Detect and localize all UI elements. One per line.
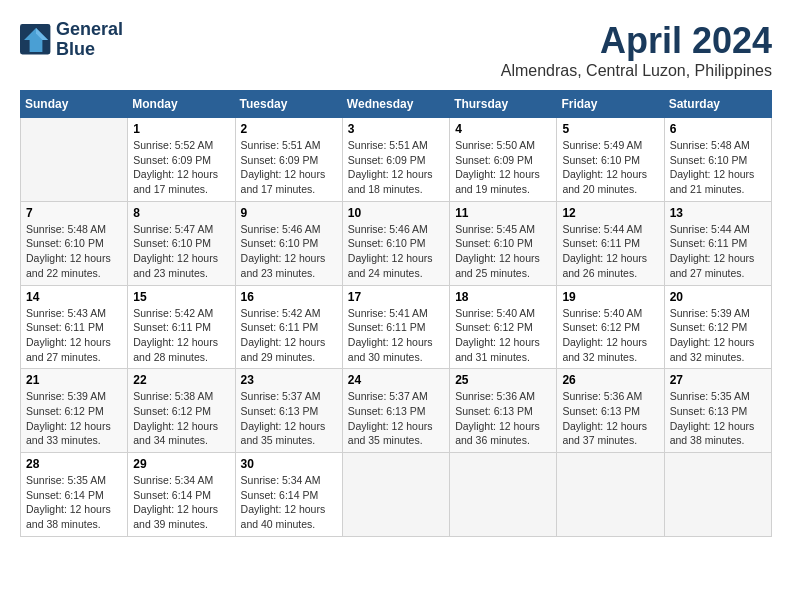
day-info: Sunrise: 5:41 AM Sunset: 6:11 PM Dayligh… [348, 306, 444, 365]
calendar-cell [342, 453, 449, 537]
calendar-cell: 25Sunrise: 5:36 AM Sunset: 6:13 PM Dayli… [450, 369, 557, 453]
calendar-cell [21, 118, 128, 202]
header-friday: Friday [557, 91, 664, 118]
day-info: Sunrise: 5:46 AM Sunset: 6:10 PM Dayligh… [241, 222, 337, 281]
day-number: 7 [26, 206, 122, 220]
day-info: Sunrise: 5:43 AM Sunset: 6:11 PM Dayligh… [26, 306, 122, 365]
day-number: 21 [26, 373, 122, 387]
day-number: 6 [670, 122, 766, 136]
day-info: Sunrise: 5:37 AM Sunset: 6:13 PM Dayligh… [241, 389, 337, 448]
day-number: 19 [562, 290, 658, 304]
calendar-cell: 17Sunrise: 5:41 AM Sunset: 6:11 PM Dayli… [342, 285, 449, 369]
day-info: Sunrise: 5:39 AM Sunset: 6:12 PM Dayligh… [26, 389, 122, 448]
day-info: Sunrise: 5:47 AM Sunset: 6:10 PM Dayligh… [133, 222, 229, 281]
day-info: Sunrise: 5:39 AM Sunset: 6:12 PM Dayligh… [670, 306, 766, 365]
day-info: Sunrise: 5:44 AM Sunset: 6:11 PM Dayligh… [562, 222, 658, 281]
calendar-cell: 12Sunrise: 5:44 AM Sunset: 6:11 PM Dayli… [557, 201, 664, 285]
day-info: Sunrise: 5:51 AM Sunset: 6:09 PM Dayligh… [241, 138, 337, 197]
calendar-cell: 2Sunrise: 5:51 AM Sunset: 6:09 PM Daylig… [235, 118, 342, 202]
day-number: 26 [562, 373, 658, 387]
calendar-cell: 27Sunrise: 5:35 AM Sunset: 6:13 PM Dayli… [664, 369, 771, 453]
logo-text: General Blue [56, 20, 123, 60]
day-number: 23 [241, 373, 337, 387]
day-info: Sunrise: 5:40 AM Sunset: 6:12 PM Dayligh… [562, 306, 658, 365]
calendar-cell: 13Sunrise: 5:44 AM Sunset: 6:11 PM Dayli… [664, 201, 771, 285]
header-wednesday: Wednesday [342, 91, 449, 118]
calendar-cell: 16Sunrise: 5:42 AM Sunset: 6:11 PM Dayli… [235, 285, 342, 369]
calendar-cell: 21Sunrise: 5:39 AM Sunset: 6:12 PM Dayli… [21, 369, 128, 453]
calendar-cell: 15Sunrise: 5:42 AM Sunset: 6:11 PM Dayli… [128, 285, 235, 369]
day-info: Sunrise: 5:52 AM Sunset: 6:09 PM Dayligh… [133, 138, 229, 197]
day-info: Sunrise: 5:45 AM Sunset: 6:10 PM Dayligh… [455, 222, 551, 281]
day-number: 3 [348, 122, 444, 136]
week-row-2: 7Sunrise: 5:48 AM Sunset: 6:10 PM Daylig… [21, 201, 772, 285]
calendar-table: SundayMondayTuesdayWednesdayThursdayFrid… [20, 90, 772, 537]
day-number: 14 [26, 290, 122, 304]
day-info: Sunrise: 5:37 AM Sunset: 6:13 PM Dayligh… [348, 389, 444, 448]
day-info: Sunrise: 5:40 AM Sunset: 6:12 PM Dayligh… [455, 306, 551, 365]
day-number: 27 [670, 373, 766, 387]
day-info: Sunrise: 5:48 AM Sunset: 6:10 PM Dayligh… [670, 138, 766, 197]
day-number: 24 [348, 373, 444, 387]
day-number: 1 [133, 122, 229, 136]
calendar-cell: 1Sunrise: 5:52 AM Sunset: 6:09 PM Daylig… [128, 118, 235, 202]
day-number: 29 [133, 457, 229, 471]
day-info: Sunrise: 5:34 AM Sunset: 6:14 PM Dayligh… [133, 473, 229, 532]
day-number: 22 [133, 373, 229, 387]
day-info: Sunrise: 5:46 AM Sunset: 6:10 PM Dayligh… [348, 222, 444, 281]
header-thursday: Thursday [450, 91, 557, 118]
calendar-cell: 28Sunrise: 5:35 AM Sunset: 6:14 PM Dayli… [21, 453, 128, 537]
calendar-cell: 4Sunrise: 5:50 AM Sunset: 6:09 PM Daylig… [450, 118, 557, 202]
weekday-header-row: SundayMondayTuesdayWednesdayThursdayFrid… [21, 91, 772, 118]
month-title: April 2024 [501, 20, 772, 62]
day-number: 28 [26, 457, 122, 471]
week-row-3: 14Sunrise: 5:43 AM Sunset: 6:11 PM Dayli… [21, 285, 772, 369]
day-number: 5 [562, 122, 658, 136]
header-sunday: Sunday [21, 91, 128, 118]
week-row-4: 21Sunrise: 5:39 AM Sunset: 6:12 PM Dayli… [21, 369, 772, 453]
week-row-5: 28Sunrise: 5:35 AM Sunset: 6:14 PM Dayli… [21, 453, 772, 537]
day-info: Sunrise: 5:44 AM Sunset: 6:11 PM Dayligh… [670, 222, 766, 281]
day-number: 9 [241, 206, 337, 220]
calendar-cell: 6Sunrise: 5:48 AM Sunset: 6:10 PM Daylig… [664, 118, 771, 202]
calendar-cell: 8Sunrise: 5:47 AM Sunset: 6:10 PM Daylig… [128, 201, 235, 285]
day-info: Sunrise: 5:34 AM Sunset: 6:14 PM Dayligh… [241, 473, 337, 532]
day-number: 18 [455, 290, 551, 304]
day-info: Sunrise: 5:50 AM Sunset: 6:09 PM Dayligh… [455, 138, 551, 197]
day-number: 13 [670, 206, 766, 220]
day-number: 17 [348, 290, 444, 304]
calendar-cell: 10Sunrise: 5:46 AM Sunset: 6:10 PM Dayli… [342, 201, 449, 285]
day-info: Sunrise: 5:51 AM Sunset: 6:09 PM Dayligh… [348, 138, 444, 197]
day-info: Sunrise: 5:36 AM Sunset: 6:13 PM Dayligh… [562, 389, 658, 448]
logo-icon [20, 24, 52, 56]
calendar-cell: 3Sunrise: 5:51 AM Sunset: 6:09 PM Daylig… [342, 118, 449, 202]
day-number: 8 [133, 206, 229, 220]
calendar-cell: 18Sunrise: 5:40 AM Sunset: 6:12 PM Dayli… [450, 285, 557, 369]
calendar-cell: 24Sunrise: 5:37 AM Sunset: 6:13 PM Dayli… [342, 369, 449, 453]
calendar-cell: 26Sunrise: 5:36 AM Sunset: 6:13 PM Dayli… [557, 369, 664, 453]
page-header: General Blue April 2024 Almendras, Centr… [20, 20, 772, 80]
calendar-cell: 7Sunrise: 5:48 AM Sunset: 6:10 PM Daylig… [21, 201, 128, 285]
day-number: 15 [133, 290, 229, 304]
calendar-cell: 11Sunrise: 5:45 AM Sunset: 6:10 PM Dayli… [450, 201, 557, 285]
day-info: Sunrise: 5:38 AM Sunset: 6:12 PM Dayligh… [133, 389, 229, 448]
header-saturday: Saturday [664, 91, 771, 118]
calendar-cell: 29Sunrise: 5:34 AM Sunset: 6:14 PM Dayli… [128, 453, 235, 537]
calendar-cell: 23Sunrise: 5:37 AM Sunset: 6:13 PM Dayli… [235, 369, 342, 453]
calendar-cell [664, 453, 771, 537]
calendar-cell [450, 453, 557, 537]
day-number: 20 [670, 290, 766, 304]
day-info: Sunrise: 5:48 AM Sunset: 6:10 PM Dayligh… [26, 222, 122, 281]
week-row-1: 1Sunrise: 5:52 AM Sunset: 6:09 PM Daylig… [21, 118, 772, 202]
calendar-cell: 14Sunrise: 5:43 AM Sunset: 6:11 PM Dayli… [21, 285, 128, 369]
title-block: April 2024 Almendras, Central Luzon, Phi… [501, 20, 772, 80]
calendar-cell: 19Sunrise: 5:40 AM Sunset: 6:12 PM Dayli… [557, 285, 664, 369]
day-number: 2 [241, 122, 337, 136]
calendar-cell: 20Sunrise: 5:39 AM Sunset: 6:12 PM Dayli… [664, 285, 771, 369]
day-info: Sunrise: 5:42 AM Sunset: 6:11 PM Dayligh… [241, 306, 337, 365]
calendar-cell: 5Sunrise: 5:49 AM Sunset: 6:10 PM Daylig… [557, 118, 664, 202]
logo: General Blue [20, 20, 123, 60]
day-number: 12 [562, 206, 658, 220]
day-info: Sunrise: 5:35 AM Sunset: 6:13 PM Dayligh… [670, 389, 766, 448]
day-number: 30 [241, 457, 337, 471]
